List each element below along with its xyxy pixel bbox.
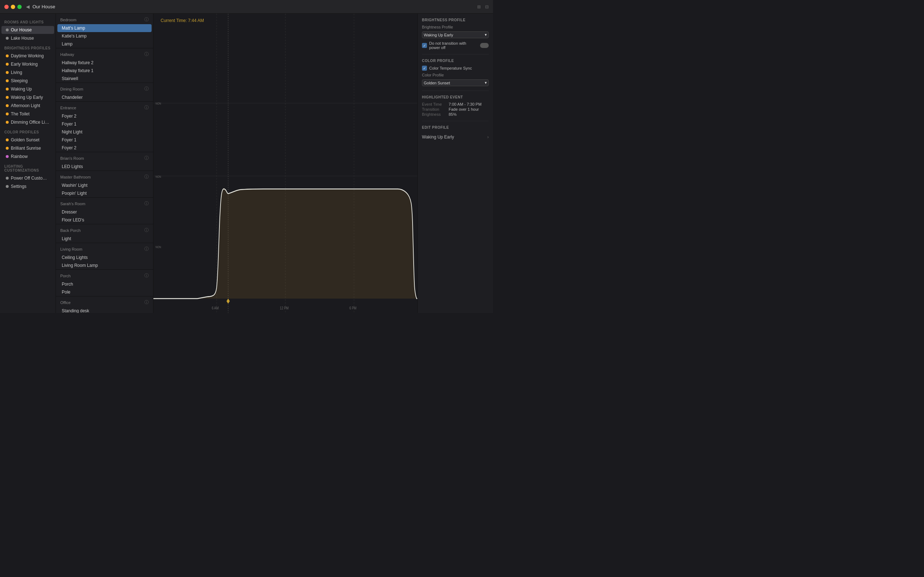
- light-item-pole[interactable]: Pole: [56, 288, 153, 296]
- sidebar-item-the-toilet[interactable]: The Toilet: [2, 110, 54, 118]
- light-item-floor-leds[interactable]: Floor LED's: [56, 216, 153, 224]
- light-item-foyer-2b[interactable]: Foyer 2: [56, 144, 153, 152]
- sidebar-item-power-off[interactable]: Power Off Customizations: [2, 174, 54, 182]
- light-item-foyer-1b[interactable]: Foyer 1: [56, 136, 153, 144]
- sidebar-dot-power-off: [6, 177, 9, 180]
- porch-info-icon[interactable]: ⓘ: [144, 272, 149, 279]
- room-header-hallway: Hallway ⓘ: [56, 48, 153, 59]
- sidebar-item-daytime-working[interactable]: Daytime Working: [2, 52, 54, 60]
- titlebar: ◀ Our House ⊞ ⊟: [0, 0, 493, 14]
- light-item-dresser[interactable]: Dresser: [56, 208, 153, 216]
- edit-profile-row[interactable]: Waking Up Early ›: [422, 132, 489, 142]
- master-bath-info-icon[interactable]: ⓘ: [144, 174, 149, 180]
- sidebar-label-sleeping: Sleeping: [11, 78, 28, 83]
- light-item-stairwell[interactable]: Stairwell: [56, 75, 153, 82]
- divider-1: [422, 54, 489, 55]
- light-item-night-light-entrance[interactable]: Night Light: [56, 128, 153, 136]
- room-section-office: Office ⓘ Standing desk Color Hue Nanolea…: [56, 297, 153, 313]
- office-info-icon[interactable]: ⓘ: [144, 299, 149, 305]
- sidebar-item-lake-house[interactable]: Lake House: [2, 34, 54, 42]
- no-transition-toggle[interactable]: [480, 43, 489, 48]
- brightness-profile-section-title: Brightness Profile: [422, 18, 489, 22]
- light-item-chandelier[interactable]: Chandelier: [56, 93, 153, 102]
- color-temp-sync-checkbox[interactable]: ✓: [422, 66, 427, 71]
- sidebar-dot-dimming-office-light: [6, 121, 9, 124]
- room-title-sarahs-room: Sarah's Room: [60, 201, 85, 206]
- light-item-hallway-fixture-2[interactable]: Hallway fixture 2: [56, 59, 153, 67]
- sidebar-item-afternoon-light[interactable]: Afternoon Light: [2, 102, 54, 110]
- light-item-ceiling-lights[interactable]: Ceiling Lights: [56, 253, 153, 261]
- sidebar-label-rainbow: Rainbow: [11, 154, 28, 159]
- sidebar-item-living[interactable]: Living: [2, 69, 54, 76]
- sidebar-section-color: Color Profiles: [0, 127, 56, 135]
- sidebar-dot-brilliant-sunrise: [6, 147, 9, 150]
- grid-icon[interactable]: ⊞: [477, 4, 481, 10]
- sidebar-item-early-working[interactable]: Early Working: [2, 60, 54, 68]
- room-section-porch: Porch ⓘ Porch Pole: [56, 270, 153, 297]
- sidebar-dot-daytime-working: [6, 55, 9, 57]
- light-item-washin-light[interactable]: Washin' Light: [56, 181, 153, 189]
- color-temp-sync-label: Color Temperature Sync: [429, 66, 472, 70]
- room-title-brians-room: Brian's Room: [60, 156, 84, 161]
- light-item-back-porch-light[interactable]: Light: [56, 235, 153, 243]
- no-transition-checkbox[interactable]: ✓: [422, 43, 427, 48]
- light-item-matts-lamp[interactable]: Matt's Lamp: [57, 24, 152, 32]
- room-title-office: Office: [60, 300, 71, 305]
- light-item-katies-lamp[interactable]: Katie's Lamp: [56, 32, 153, 40]
- entrance-info-icon[interactable]: ⓘ: [144, 105, 149, 111]
- brians-info-icon[interactable]: ⓘ: [144, 155, 149, 161]
- sidebar-dot-living: [6, 71, 9, 74]
- svg-text:6 AM: 6 AM: [212, 306, 219, 310]
- sidebar-item-golden-sunset[interactable]: Golden Sunset: [2, 136, 54, 144]
- close-button[interactable]: [4, 5, 9, 9]
- sidebar-item-our-house[interactable]: Our House: [2, 26, 54, 34]
- room-section-dining-room: Dining Room ⓘ Chandelier: [56, 83, 153, 102]
- color-profile-select-row: Color Profile: [422, 73, 489, 77]
- light-item-poopin-light[interactable]: Poopin' Light: [56, 189, 153, 197]
- svg-marker-9: [227, 298, 230, 304]
- light-item-foyer-1a[interactable]: Foyer 1: [56, 120, 153, 128]
- light-item-foyer-2a[interactable]: Foyer 2: [56, 112, 153, 120]
- bedroom-info-icon[interactable]: ⓘ: [144, 16, 149, 23]
- sidebar-toggle-icon[interactable]: ⊟: [485, 4, 489, 10]
- sidebar-item-brilliant-sunrise[interactable]: Brilliant Sunrise: [2, 144, 54, 152]
- room-section-sarahs-room: Sarah's Room ⓘ Dresser Floor LED's: [56, 198, 153, 224]
- main-layout: Rooms and Lights Our House Lake House Br…: [0, 14, 493, 313]
- color-profile-select[interactable]: Golden Sunset ▾: [422, 79, 489, 86]
- sidebar-item-rainbow[interactable]: Rainbow: [2, 153, 54, 161]
- sidebar-item-settings[interactable]: Settings: [2, 182, 54, 190]
- sidebar-item-waking-up-early[interactable]: Waking Up Early: [2, 93, 54, 102]
- maximize-button[interactable]: [17, 5, 22, 9]
- brightness-profile-select[interactable]: Waking Up Early ▾: [422, 31, 489, 38]
- dining-info-icon[interactable]: ⓘ: [144, 86, 149, 92]
- sidebar-dot-golden-sunset: [6, 139, 9, 141]
- sidebar-label-brilliant-sunrise: Brilliant Sunrise: [11, 146, 41, 151]
- light-item-standing-desk[interactable]: Standing desk: [56, 307, 153, 313]
- sidebar-item-waking-up[interactable]: Waking Up: [2, 85, 54, 93]
- no-transition-row: ✓ Do not transition with power off: [422, 41, 489, 50]
- minimize-button[interactable]: [11, 5, 15, 9]
- room-header-sarahs-room: Sarah's Room ⓘ: [56, 198, 153, 208]
- light-item-porch[interactable]: Porch: [56, 280, 153, 288]
- light-item-lamp[interactable]: Lamp: [56, 40, 153, 48]
- room-header-living-room: Living Room ⓘ: [56, 243, 153, 253]
- sarahs-info-icon[interactable]: ⓘ: [144, 200, 149, 206]
- edit-profile-label: Waking Up Early: [422, 134, 454, 140]
- event-time-value: 7:00 AM - 7:30 PM: [449, 102, 481, 106]
- sidebar-label-settings: Settings: [11, 184, 26, 189]
- sidebar-dot-sleeping: [6, 79, 9, 82]
- light-item-living-room-lamp[interactable]: Living Room Lamp: [56, 261, 153, 269]
- sidebar-section-rooms: Rooms and Lights: [0, 16, 56, 26]
- sidebar-item-sleeping[interactable]: Sleeping: [2, 77, 54, 85]
- room-header-master-bathroom: Master Bathroom ⓘ: [56, 171, 153, 181]
- hallway-info-icon[interactable]: ⓘ: [144, 51, 149, 57]
- light-item-led-lights[interactable]: LED Lights: [56, 163, 153, 171]
- sidebar-item-dimming-office-light[interactable]: Dimming Office Light: [2, 118, 54, 126]
- back-porch-info-icon[interactable]: ⓘ: [144, 227, 149, 233]
- nav-back-icon[interactable]: ◀: [26, 4, 30, 10]
- light-item-hallway-fixture-1[interactable]: Hallway fixture 1: [56, 67, 153, 75]
- sidebar-label-afternoon-light: Afternoon Light: [11, 103, 40, 108]
- living-room-info-icon[interactable]: ⓘ: [144, 246, 149, 252]
- sidebar-label-golden-sunset: Golden Sunset: [11, 137, 39, 142]
- sidebar-label-waking-up-early: Waking Up Early: [11, 95, 43, 100]
